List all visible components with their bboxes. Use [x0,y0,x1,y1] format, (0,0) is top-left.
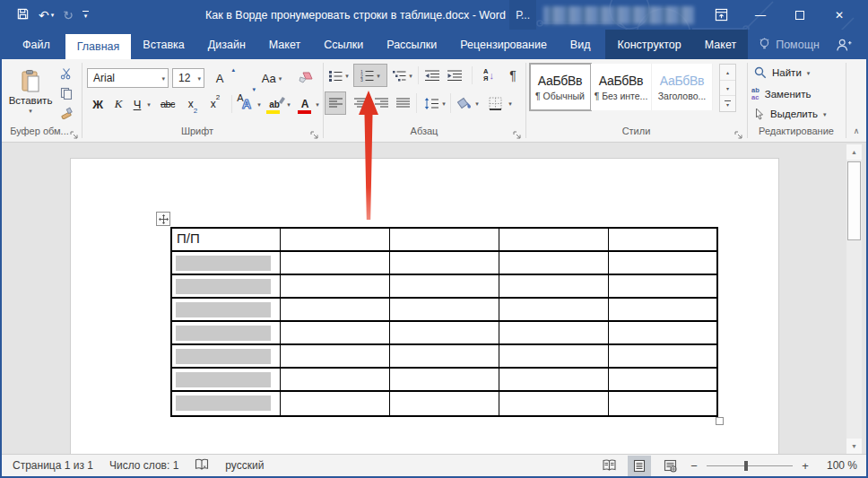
table-move-handle[interactable] [156,212,170,226]
cut-button[interactable] [56,65,77,82]
replace-button[interactable]: abac Заменить [751,87,811,102]
select-button[interactable]: Выделить ▾ [755,108,827,120]
table-cell[interactable] [499,252,609,275]
align-right-button[interactable] [371,91,391,115]
table-cell[interactable] [281,275,390,299]
align-center-button[interactable] [351,91,370,115]
tab-mailings[interactable]: Рассылки [375,30,448,59]
font-name-combobox[interactable]: Arial▾ [87,68,169,88]
zoom-slider[interactable] [707,456,793,476]
tab-review[interactable]: Рецензирование [448,30,559,59]
tab-table-layout[interactable]: Макет [693,30,748,59]
table-cell[interactable] [281,322,390,345]
tab-insert[interactable]: Вставка [131,30,195,59]
styles-more-button[interactable]: ▾ [720,95,735,111]
table-cell[interactable] [609,345,716,369]
share-person-icon[interactable] [836,38,852,52]
scrollbar-thumb[interactable] [847,161,861,240]
close-button[interactable]: ✕ [820,0,859,30]
table-cell[interactable] [609,229,716,252]
tab-design[interactable]: Дизайн [196,30,257,59]
table-cell[interactable] [281,299,390,322]
table-cell[interactable] [390,275,499,299]
table-cell[interactable] [609,369,716,392]
tab-view[interactable]: Вид [559,30,603,59]
proofing-icon[interactable] [195,458,209,474]
table-cell[interactable] [281,369,390,392]
maximize-button[interactable] [780,0,820,30]
text-effects-dropdown-icon[interactable]: ▾ [256,95,263,113]
table-cell[interactable] [499,299,609,322]
find-button[interactable]: Найти ▾ [754,66,810,79]
tab-layout[interactable]: Макет [257,30,312,59]
table-cell[interactable] [499,229,609,252]
copy-button[interactable] [56,85,77,101]
scroll-up-button[interactable]: ▲ [846,144,862,160]
page-indicator[interactable]: Страница 1 из 1 [13,459,93,472]
table-cell[interactable] [281,229,390,252]
font-dialog-launcher[interactable] [310,127,320,137]
collapse-ribbon-button[interactable]: ∧ [848,124,864,138]
tab-file[interactable]: Файл [7,30,65,59]
table-cell[interactable] [609,252,716,275]
redo-icon[interactable]: ↻ [63,9,74,22]
table-cell[interactable] [609,392,716,415]
sort-button[interactable]: АЯ ↓ [477,65,500,86]
tab-table-design[interactable]: Конструктор [605,30,692,59]
table-cell[interactable] [499,369,609,392]
customize-qat-icon[interactable]: ▾ [82,11,89,19]
line-spacing-dropdown-icon[interactable]: ▾ [440,93,447,113]
font-size-combobox[interactable]: 12▾ [172,68,204,88]
table-cell[interactable] [172,345,281,369]
highlight-button[interactable]: ab [265,93,284,115]
save-icon[interactable] [16,7,30,22]
tell-me-box[interactable]: Помощн [759,30,820,59]
line-spacing-button[interactable] [421,91,441,115]
table-cell[interactable] [172,369,281,392]
increase-indent-button[interactable] [445,66,464,84]
style-card-1[interactable]: АаБбВв¶ Без инте... [591,64,652,110]
table-cell[interactable] [609,299,716,322]
text-effects-button[interactable]: А [237,93,256,115]
table-cell[interactable] [390,392,499,415]
table-cell[interactable] [499,322,609,345]
table-cell[interactable] [390,322,499,345]
justify-button[interactable] [393,91,412,115]
font-color-button[interactable]: А [296,93,314,115]
style-card-2[interactable]: АаБбВвЗаголово... [652,64,713,110]
table-cell[interactable] [172,322,281,345]
tab-references[interactable]: Ссылки [312,30,375,59]
table-resize-handle[interactable] [716,417,724,425]
table-cell[interactable] [390,369,499,392]
read-mode-button[interactable] [597,456,621,476]
table-cell[interactable] [390,252,499,275]
superscript-button[interactable]: x2 [205,93,225,115]
table-cell[interactable] [172,299,281,322]
underline-dropdown-icon[interactable]: ▾ [145,95,152,113]
clipboard-dialog-launcher[interactable] [70,127,80,137]
clear-formatting-button[interactable] [296,67,316,87]
table-cell[interactable] [281,392,390,415]
web-layout-button[interactable] [658,456,681,476]
subscript-button[interactable]: x2 [183,93,203,115]
word-count[interactable]: Число слов: 1 [109,459,178,472]
table-cell[interactable] [390,229,499,252]
align-left-button[interactable] [325,91,346,115]
shading-dropdown-icon[interactable]: ▾ [473,93,481,113]
ribbon-display-options-button[interactable] [701,0,741,30]
style-card-0[interactable]: АаБбВв¶ Обычный [530,64,591,110]
borders-dropdown-icon[interactable]: ▾ [507,93,514,113]
multilevel-dropdown-icon[interactable]: ▾ [407,67,414,83]
paste-button[interactable]: Вставить ▾ [9,64,52,119]
numbering-dropdown-icon[interactable]: ▾ [377,73,380,79]
font-color-dropdown-icon[interactable]: ▾ [314,95,321,113]
undo-dropdown-icon[interactable]: ▾ [51,12,55,18]
table-cell[interactable] [499,275,609,299]
multilevel-list-button[interactable] [391,66,408,84]
zoom-percent[interactable]: 100 % [818,459,857,472]
table-cell[interactable] [609,322,716,345]
underline-button[interactable]: Ч [129,93,145,115]
styles-scroll-up[interactable]: ▴ [720,65,735,80]
bold-button[interactable]: Ж [89,93,107,115]
table-cell[interactable] [172,275,281,299]
